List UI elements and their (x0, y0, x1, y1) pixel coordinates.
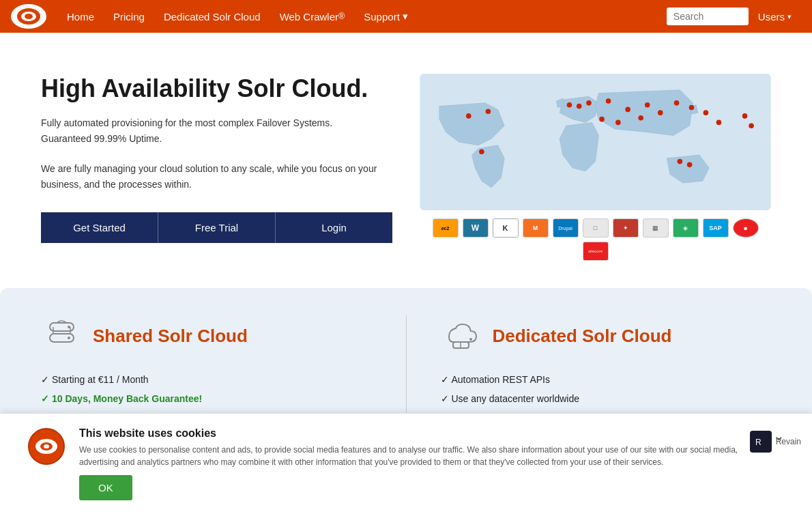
dedicated-feature-1: ✓Automation REST APIs (441, 370, 772, 389)
svg-point-20 (687, 162, 693, 168)
nav-dedicated[interactable]: Dedicated Solr Cloud (154, 0, 270, 33)
partner-magento: M (523, 218, 549, 238)
cookie-banner: This website uses cookies We use cookies… (0, 413, 812, 505)
partner-aws: ec2 (433, 218, 459, 238)
svg-point-11 (645, 102, 650, 108)
cookie-logo (27, 427, 66, 466)
users-menu[interactable]: Users ▾ (749, 11, 801, 23)
partner-sap: SAP (703, 218, 729, 238)
partner-logo-9: ◈ (673, 218, 699, 238)
svg-point-10 (625, 107, 630, 113)
search-input[interactable] (667, 8, 749, 25)
hero-description: Fully automated provisioning for the mos… (41, 115, 392, 192)
hero-right: ec2 W K M Drupal □ ✦ ▦ ◈ (420, 74, 771, 261)
partner-kinsta: K (493, 218, 519, 238)
shared-cloud-icon (41, 315, 82, 356)
partner-logo-11: ● (733, 218, 759, 238)
shared-feature-1: ✓Starting at €11 / Month (41, 370, 372, 389)
dedicated-header: Dedicated Solr Cloud (441, 315, 772, 356)
site-logo[interactable] (11, 4, 46, 29)
svg-point-7 (577, 104, 582, 109)
svg-point-15 (704, 110, 709, 115)
svg-point-18 (638, 115, 643, 121)
shared-feature-2: ✓10 Days, Money Back Guarantee! (41, 389, 372, 408)
partner-drupal: Drupal (553, 218, 579, 238)
svg-point-8 (586, 100, 592, 106)
users-caret: ▾ (787, 12, 792, 21)
navbar: Home Pricing Dedicated Solr Cloud Web Cr… (0, 0, 812, 33)
svg-point-24 (716, 120, 722, 126)
nav-webcrawler[interactable]: Web Crawler® (270, 0, 355, 33)
svg-point-37 (44, 444, 49, 448)
svg-point-19 (678, 159, 683, 165)
svg-point-22 (742, 113, 748, 119)
svg-point-2 (25, 14, 33, 19)
svg-point-23 (749, 123, 754, 128)
nav-home[interactable]: Home (57, 0, 104, 33)
cookie-content: This website uses cookies We use cookies… (79, 427, 759, 500)
shared-cloud-title: Shared Solr Cloud (93, 326, 248, 347)
partner-wordpress: W (463, 218, 489, 238)
login-button[interactable]: Login (276, 212, 392, 243)
support-caret: ▾ (403, 10, 408, 23)
world-map (420, 74, 771, 210)
world-map-svg (420, 74, 771, 210)
svg-point-6 (567, 102, 572, 108)
svg-point-21 (479, 149, 484, 154)
partner-logos: ec2 W K M Drupal □ ✦ ▦ ◈ (420, 218, 771, 261)
partner-sitecore: sitecore (583, 242, 609, 261)
svg-point-14 (689, 105, 695, 111)
shared-header: Shared Solr Cloud (41, 315, 372, 356)
hero-section: High Availability Solr Cloud. Fully auto… (0, 33, 812, 288)
hero-title: High Availability Solr Cloud. (41, 74, 392, 103)
svg-point-30 (68, 337, 70, 339)
svg-point-12 (658, 110, 663, 115)
svg-point-16 (599, 117, 605, 122)
svg-point-9 (606, 98, 611, 104)
dedicated-cloud-title: Dedicated Solr Cloud (493, 326, 672, 347)
hero-left: High Availability Solr Cloud. Fully auto… (41, 74, 392, 261)
logo-icon (16, 7, 42, 26)
svg-point-4 (466, 113, 472, 119)
cookie-ok-button[interactable]: OK (79, 475, 132, 500)
revain-label: Revain (776, 437, 801, 446)
cookie-title: This website uses cookies (79, 427, 759, 440)
free-trial-button[interactable]: Free Trial (158, 212, 276, 243)
svg-point-5 (486, 109, 491, 114)
nav-support[interactable]: Support ▾ (354, 0, 418, 33)
revain-badge: R Revain (750, 431, 801, 453)
get-started-button[interactable]: Get Started (41, 212, 158, 243)
svg-text:R: R (755, 438, 762, 447)
partner-logo-8: ▦ (643, 218, 669, 238)
partner-logo-6: □ (583, 218, 609, 238)
svg-point-17 (615, 120, 621, 126)
svg-point-33 (469, 338, 472, 341)
svg-point-13 (674, 100, 680, 106)
cookie-text: We use cookies to personalise content an… (79, 444, 759, 468)
dedicated-feature-2: ✓Use any datacenter worldwide (441, 389, 772, 408)
hero-buttons: Get Started Free Trial Login (41, 212, 392, 243)
svg-point-29 (68, 326, 70, 328)
partner-logo-7: ✦ (613, 218, 639, 238)
dedicated-cloud-icon (441, 315, 482, 356)
revain-icon: R (750, 431, 772, 453)
nav-pricing[interactable]: Pricing (104, 0, 154, 33)
